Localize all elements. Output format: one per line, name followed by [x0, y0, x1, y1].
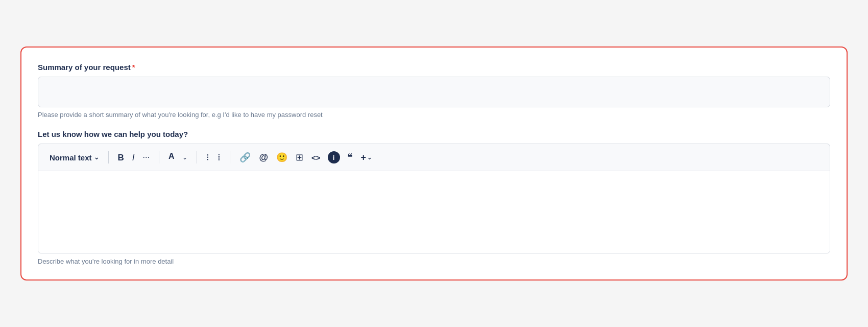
summary-input[interactable] — [38, 77, 830, 107]
text-style-dropdown[interactable]: Normal text ⌄ — [45, 151, 103, 165]
italic-button[interactable]: I — [128, 151, 139, 165]
info-icon: i — [328, 151, 340, 164]
table-icon: ⊞ — [296, 153, 303, 162]
code-button[interactable]: <> — [307, 151, 325, 164]
form-card: Summary of your request* Please provide … — [20, 46, 848, 281]
table-button[interactable]: ⊞ — [292, 150, 307, 165]
bullet-list-button[interactable]: ⁝ — [202, 150, 213, 165]
link-button[interactable]: 🔗 — [235, 150, 255, 165]
detail-hint: Describe what you're looking for in more… — [38, 258, 830, 265]
format-group: B I ··· — [114, 151, 154, 165]
editor-toolbar: Normal text ⌄ B I ··· — [38, 144, 830, 171]
text-style-chevron-icon: ⌄ — [94, 154, 99, 161]
summary-label: Summary of your request* — [38, 63, 830, 72]
emoji-icon: 🙂 — [276, 153, 287, 162]
bold-button[interactable]: B — [114, 151, 128, 165]
rich-editor: Normal text ⌄ B I ··· — [38, 144, 830, 253]
text-color-button[interactable]: A — [164, 150, 179, 165]
list-group: ⁝ ⁞ — [202, 150, 225, 165]
bullet-list-icon: ⁝ — [206, 153, 209, 162]
divider-3 — [197, 151, 197, 164]
detail-label: Let us know how we can help you today? — [38, 130, 830, 138]
plus-button[interactable]: + ⌄ — [357, 150, 376, 165]
color-chevron-icon: ⌄ — [182, 154, 187, 160]
required-indicator: * — [132, 63, 135, 72]
ordered-list-button[interactable]: ⁞ — [213, 150, 225, 165]
mention-icon: @ — [259, 153, 268, 162]
ordered-list-icon: ⁞ — [218, 153, 221, 162]
quote-icon: ❝ — [347, 152, 353, 162]
mention-button[interactable]: @ — [255, 150, 272, 165]
more-format-button[interactable]: ··· — [139, 151, 154, 164]
plus-icon: + — [361, 153, 367, 162]
info-button[interactable]: i — [325, 149, 343, 166]
color-A-icon: A — [168, 152, 175, 160]
color-dropdown-button[interactable]: ⌄ — [178, 152, 191, 163]
insert-group: 🔗 @ 🙂 ⊞ <> — [235, 150, 324, 165]
divider-2 — [159, 151, 159, 164]
summary-hint: Please provide a short summary of what y… — [38, 111, 830, 119]
text-style-group: Normal text ⌄ — [45, 151, 103, 165]
text-style-label: Normal text — [50, 153, 92, 162]
divider-1 — [108, 151, 109, 164]
divider-4 — [230, 151, 230, 164]
color-group: A ⌄ — [164, 150, 192, 165]
emoji-button[interactable]: 🙂 — [272, 150, 292, 165]
link-icon: 🔗 — [239, 153, 251, 162]
plus-chevron-icon: ⌄ — [367, 155, 372, 160]
quote-button[interactable]: ❝ — [343, 150, 357, 165]
code-icon: <> — [311, 154, 321, 161]
editor-content-area[interactable] — [38, 171, 830, 253]
